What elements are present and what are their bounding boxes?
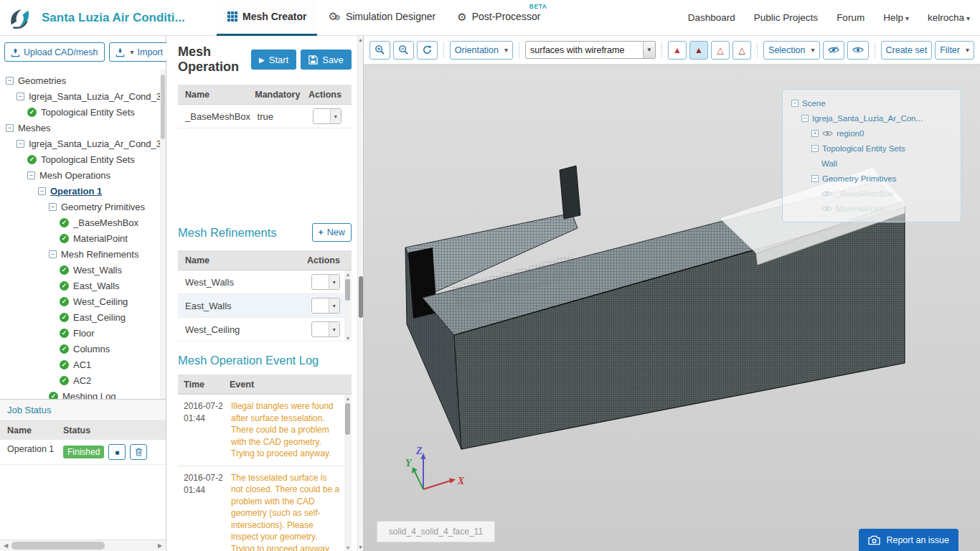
collapse-icon[interactable]: −	[6, 77, 14, 85]
middle-panel-scrollbar[interactable]: ▲ ▼	[357, 36, 363, 551]
tree-item-igreja-santa-luzia-ar-cond-3d[interactable]: −Igreja_Santa_Luzia_Ar_Cond_3D_	[0, 88, 166, 104]
scroll-thumb[interactable]	[11, 542, 105, 550]
scene-tree-item-region0[interactable]: +region0	[790, 126, 953, 141]
report-issue-button[interactable]: Report an issue	[859, 529, 958, 551]
app-logo[interactable]	[6, 4, 33, 32]
collapse-icon[interactable]: −	[791, 100, 798, 107]
tree-item-ac1[interactable]: ✓AC1	[0, 357, 166, 372]
collapse-icon[interactable]: −	[27, 171, 35, 179]
collapse-icon[interactable]: −	[811, 175, 819, 182]
event-log-title: Mesh Operation Event Log	[178, 354, 352, 367]
display-mode-select[interactable]: surfaces with wireframe ▼	[525, 41, 656, 59]
create-set-button[interactable]: Create set	[881, 41, 933, 60]
show-all-button[interactable]	[847, 41, 869, 60]
nav-forum[interactable]: Forum	[837, 12, 864, 23]
collapse-icon[interactable]: −	[49, 203, 57, 211]
tab-simulation-designer[interactable]: ⚙⚙ Simulation Designer	[317, 0, 446, 36]
tree-item-meshes[interactable]: −Meshes	[0, 120, 166, 136]
mesh-quality-toggle-4[interactable]: △	[732, 41, 751, 60]
mesh-quality-toggle-1[interactable]: ▲	[668, 41, 687, 60]
scene-tree-item-basemeshbox[interactable]: _BaseMeshBox	[790, 186, 953, 201]
upload-icon	[11, 47, 20, 57]
delete-job-button[interactable]	[130, 444, 147, 460]
stop-job-button[interactable]: ■	[108, 444, 126, 460]
collapse-icon[interactable]: −	[801, 115, 809, 122]
event-log-scrollbar[interactable]: ▲▼	[344, 395, 352, 551]
operation-table: Name Mandatory Actions _BaseMeshBox true…	[178, 85, 352, 183]
tree-item-east-walls[interactable]: ✓East_Walls	[0, 278, 166, 293]
check-icon: ✓	[27, 108, 37, 117]
eye-icon[interactable]	[821, 205, 832, 212]
collapse-icon[interactable]: −	[17, 140, 24, 148]
tree-item-basemeshbox[interactable]: ✓_BaseMeshBox	[0, 215, 166, 230]
tree-item-topological-entity-sets[interactable]: ✓Topological Entity Sets	[0, 151, 166, 167]
new-refinement-button[interactable]: + New	[312, 223, 352, 242]
scene-tree-item-wall[interactable]: Wall	[790, 156, 953, 171]
selection-dropdown[interactable]: Selection ▾	[763, 41, 819, 60]
eye-icon[interactable]	[821, 190, 832, 197]
nav-user-menu[interactable]: kelrocha▾	[928, 12, 970, 23]
scene-tree-item-materialpoint[interactable]: MaterialPoint	[790, 201, 953, 216]
tree-item-west-ceiling[interactable]: ✓West_Ceiling	[0, 293, 166, 309]
scene-tree-item-igreja-santa-luzia-ar-con[interactable]: −Igreja_Santa_Luzia_Ar_Con...	[790, 110, 953, 126]
tree-item-floor[interactable]: ✓Floor	[0, 325, 166, 341]
scroll-left-arrow[interactable]: ◀	[0, 540, 11, 551]
tree-item-columns[interactable]: ✓Columns	[0, 341, 166, 357]
collapse-icon[interactable]: −	[6, 124, 14, 132]
tree-item-igreja-santa-luzia-ar-cond-3d[interactable]: −Igreja_Santa_Luzia_Ar_Cond_3D_	[0, 136, 166, 151]
event-log-row: 2016-07-2 01:44Illegal triangles were fo…	[178, 395, 352, 466]
reset-view-button[interactable]	[417, 41, 438, 60]
tab-mesh-creator[interactable]: Mesh Creator	[217, 0, 317, 36]
eye-icon[interactable]	[822, 130, 833, 137]
collapse-icon[interactable]: −	[17, 93, 24, 100]
zoom-in-button[interactable]	[369, 41, 390, 60]
scene-tree-item-geometry-primitives[interactable]: −Geometry Primitives	[790, 171, 953, 186]
refinement-row-west-walls[interactable]: West_Walls▾	[178, 270, 352, 294]
start-button[interactable]: ▶ Start	[251, 50, 296, 70]
scene-tree-item-topological-entity-sets[interactable]: −Topological Entity Sets	[790, 141, 953, 156]
tree-item-operation-1[interactable]: −Operation 1	[0, 183, 166, 199]
actions-dropdown[interactable]: ▾	[313, 108, 341, 124]
tree-item-mesh-refinements[interactable]: −Mesh Refinements	[0, 246, 166, 262]
tree-item-meshing-log[interactable]: ✓Meshing Log	[0, 388, 166, 399]
tree-item-geometries[interactable]: −Geometries	[0, 72, 166, 88]
tree-item-topological-entity-sets[interactable]: ✓Topological Entity Sets	[0, 104, 166, 120]
scroll-right-arrow[interactable]: ▶	[154, 540, 166, 551]
refinement-row-east-walls[interactable]: East_Walls▾	[178, 294, 352, 318]
orientation-dropdown[interactable]: Orientation ▾	[450, 41, 513, 60]
tree-item-materialpoint[interactable]: ✓MaterialPoint	[0, 230, 166, 246]
hide-selected-button[interactable]	[823, 41, 844, 60]
actions-dropdown[interactable]: ▾	[311, 298, 340, 314]
refinement-row-west-ceiling[interactable]: West_Ceiling▾	[178, 318, 352, 342]
collapse-icon[interactable]: −	[49, 250, 57, 258]
scene-tree-item-scene[interactable]: −Scene	[790, 95, 953, 110]
tab-post-processor[interactable]: ⚙ Post-Processor BETA	[446, 0, 551, 36]
collapse-icon[interactable]: −	[38, 187, 46, 195]
save-button[interactable]: Save	[301, 50, 352, 70]
actions-dropdown[interactable]: ▾	[311, 321, 340, 337]
tree-item-mesh-operations[interactable]: −Mesh Operations	[0, 167, 166, 183]
tree-item-east-ceiling[interactable]: ✓East_Ceiling	[0, 309, 166, 325]
collapse-icon[interactable]: −	[811, 145, 819, 152]
left-horizontal-scrollbar[interactable]: ◀ ▶	[0, 540, 166, 551]
chevron-down-icon: ▾	[131, 48, 134, 56]
3d-canvas[interactable]: Z X Y −Scene−Igreja_Santa_Luzia_Ar_Con..…	[364, 65, 980, 551]
import-button[interactable]: ▾ Import	[109, 42, 169, 62]
actions-dropdown[interactable]: ▾	[311, 274, 340, 290]
tree-scrollbar[interactable]	[160, 69, 166, 399]
filter-dropdown[interactable]: Filter ▾	[935, 41, 974, 60]
triangle-outline-icon: △	[717, 45, 723, 55]
nav-help[interactable]: Help▾	[883, 12, 909, 23]
tree-item-geometry-primitives[interactable]: −Geometry Primitives	[0, 199, 166, 215]
tree-item-ac2[interactable]: ✓AC2	[0, 372, 166, 388]
expand-icon[interactable]: +	[811, 130, 819, 137]
tree-item-west-walls[interactable]: ✓West_Walls	[0, 262, 166, 278]
refinements-scrollbar[interactable]: ▲▼	[344, 270, 352, 342]
upload-cad-button[interactable]: Upload CAD/mesh	[4, 42, 105, 62]
nav-dashboard[interactable]: Dashboard	[688, 12, 735, 23]
mesh-quality-toggle-3[interactable]: △	[711, 41, 730, 60]
mesh-quality-toggle-2[interactable]: ▲	[689, 41, 708, 60]
table-row: _BaseMeshBox true ▾	[178, 105, 352, 128]
zoom-out-button[interactable]	[393, 41, 414, 60]
nav-public-projects[interactable]: Public Projects	[754, 12, 818, 23]
